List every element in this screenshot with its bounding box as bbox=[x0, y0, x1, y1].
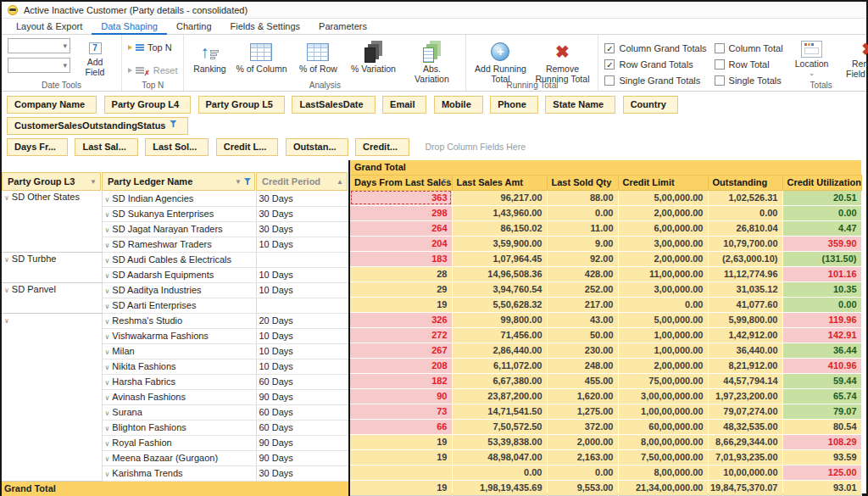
grand-total-utilization[interactable]: 93.01 bbox=[782, 480, 861, 495]
limit-cell[interactable]: 6,00,000.00 bbox=[618, 220, 708, 236]
days-cell[interactable]: 267 bbox=[350, 343, 452, 358]
grand-total-limit[interactable]: 21,34,00,000.00 bbox=[618, 480, 708, 495]
limit-cell[interactable]: 5,00,000.00 bbox=[618, 190, 708, 205]
utilization-cell[interactable]: 93.59 bbox=[782, 449, 861, 465]
abs-variation-button[interactable]: Abs. Variation bbox=[403, 38, 459, 86]
field-chip-lastsalesdate[interactable]: LastSalesDate bbox=[292, 96, 375, 114]
checkbox-column-total[interactable]: Column Total bbox=[715, 41, 783, 55]
qty-cell[interactable]: 1,620.00 bbox=[547, 388, 618, 404]
tab-layout-export[interactable]: Layout & Export bbox=[7, 20, 92, 34]
field-chip-company-name[interactable]: Company Name bbox=[7, 96, 97, 114]
collapse-chevron-icon[interactable] bbox=[105, 410, 110, 417]
days-cell[interactable]: 326 bbox=[350, 312, 452, 327]
period-cell[interactable]: 10 Days bbox=[256, 237, 348, 252]
qty-cell[interactable]: 0.00 bbox=[547, 465, 618, 480]
outstanding-cell[interactable]: 10,79,700.00 bbox=[708, 236, 782, 251]
utilization-cell[interactable]: 0.00 bbox=[782, 205, 861, 220]
period-cell[interactable]: 90 Days bbox=[256, 389, 348, 404]
ledger-cell[interactable]: SD Indian Agencies bbox=[102, 191, 256, 206]
top-n-button[interactable]: Top N bbox=[128, 40, 172, 55]
qty-cell[interactable]: 217.00 bbox=[547, 297, 618, 312]
sales-cell[interactable]: 53,39,838.00 bbox=[452, 434, 547, 449]
field-chip-phone[interactable]: Phone bbox=[490, 96, 538, 114]
ledger-cell[interactable]: Royal Fashion bbox=[102, 435, 256, 450]
days-cell[interactable]: 90 bbox=[350, 388, 452, 404]
collapse-chevron-icon[interactable] bbox=[4, 194, 9, 202]
collapse-chevron-icon[interactable] bbox=[105, 272, 110, 280]
utilization-cell[interactable]: 65.74 bbox=[782, 388, 861, 404]
ledger-cell[interactable]: SD Aadarsh Equipments bbox=[102, 267, 256, 282]
ledger-cell[interactable]: SD Jagat Narayan Traders bbox=[102, 221, 256, 237]
field-chip-party-group-l4[interactable]: Party Group L4 bbox=[104, 96, 191, 114]
qty-cell[interactable]: 92.00 bbox=[547, 251, 618, 266]
days-cell[interactable]: 183 bbox=[350, 251, 452, 266]
days-cell[interactable]: 264 bbox=[350, 220, 452, 236]
days-cell[interactable]: 208 bbox=[350, 358, 452, 373]
utilization-cell[interactable]: 79.07 bbox=[782, 404, 861, 419]
collapse-chevron-icon[interactable] bbox=[105, 348, 110, 356]
utilization-cell[interactable]: 80.54 bbox=[782, 419, 861, 434]
field-chip-mobile[interactable]: Mobile bbox=[434, 96, 483, 114]
period-cell[interactable]: 30 Days bbox=[256, 221, 348, 237]
collapse-chevron-icon[interactable] bbox=[105, 379, 110, 387]
field-chip-last-sold[interactable]: Last Sol... bbox=[145, 138, 209, 156]
qty-cell[interactable]: 230.00 bbox=[547, 343, 618, 358]
date-field-combo-2[interactable]: ▾ bbox=[8, 58, 70, 73]
row-header-party-ledger-name[interactable]: Party Ledger Name▼ bbox=[102, 172, 255, 191]
collapse-chevron-icon[interactable] bbox=[105, 303, 110, 310]
utilization-cell[interactable]: 59.44 bbox=[782, 373, 861, 388]
outstanding-cell[interactable]: 79,07,274.00 bbox=[708, 404, 782, 419]
checkbox-row-grand-totals[interactable]: ✓Row Grand Totals bbox=[604, 57, 706, 71]
group-cell[interactable]: SD Panvel bbox=[2, 282, 102, 313]
days-cell[interactable] bbox=[350, 465, 452, 480]
days-cell[interactable]: 29 bbox=[350, 281, 452, 297]
qty-cell[interactable]: 372.00 bbox=[547, 419, 618, 434]
row-header-credit-period[interactable]: Credit Period▲ bbox=[256, 172, 348, 191]
field-chip-credit-util[interactable]: Credit... bbox=[355, 138, 409, 156]
ledger-cell[interactable]: Harsha Fabrics bbox=[102, 374, 256, 389]
chevron-down-icon[interactable]: ▼ bbox=[90, 178, 97, 186]
days-cell[interactable]: 19 bbox=[350, 297, 452, 312]
collapse-chevron-icon[interactable] bbox=[4, 256, 9, 264]
qty-cell[interactable]: 428.00 bbox=[547, 266, 618, 281]
period-cell[interactable]: 30 Days bbox=[256, 465, 348, 481]
limit-cell[interactable]: 2,00,000.00 bbox=[618, 251, 708, 266]
utilization-cell[interactable]: 4.47 bbox=[782, 220, 861, 236]
ledger-cell[interactable]: Milan bbox=[102, 343, 256, 359]
days-cell[interactable]: 204 bbox=[350, 236, 452, 251]
date-field-combo-1[interactable]: ▾ bbox=[8, 38, 70, 53]
utilization-cell[interactable]: 108.29 bbox=[782, 434, 861, 449]
field-chip-country[interactable]: Country bbox=[623, 96, 678, 114]
ledger-cell[interactable]: Reshma's Studio bbox=[102, 313, 256, 328]
period-cell[interactable]: 90 Days bbox=[256, 435, 348, 450]
group-cell[interactable]: SD Turbhe bbox=[2, 252, 102, 282]
qty-cell[interactable]: 252.00 bbox=[547, 281, 618, 297]
qty-cell[interactable]: 9.00 bbox=[547, 236, 618, 251]
sales-cell[interactable]: 3,59,900.00 bbox=[452, 236, 547, 251]
tab-parameters[interactable]: Parameters bbox=[309, 20, 376, 34]
limit-cell[interactable]: 1,00,00,000.00 bbox=[618, 404, 708, 419]
outstanding-cell[interactable]: 10,00,000.00 bbox=[708, 465, 782, 480]
ledger-cell[interactable]: SD Sukanya Enterprises bbox=[102, 206, 256, 221]
collapse-chevron-icon[interactable] bbox=[105, 471, 110, 478]
limit-cell[interactable]: 8,00,00,000.00 bbox=[618, 434, 708, 449]
qty-cell[interactable]: 88.00 bbox=[547, 190, 618, 205]
collapse-chevron-icon[interactable] bbox=[4, 317, 9, 325]
sales-cell[interactable]: 2,86,440.00 bbox=[452, 343, 547, 358]
qty-cell[interactable]: 2,163.00 bbox=[547, 449, 618, 465]
grand-total-days[interactable]: 19 bbox=[350, 480, 452, 495]
field-chip-customer-sales-outstanding-status[interactable]: CustomerSalesOutstandingStatus bbox=[7, 117, 188, 135]
collapse-chevron-icon[interactable] bbox=[105, 364, 110, 371]
sales-cell[interactable]: 71,456.00 bbox=[452, 327, 547, 343]
utilization-cell[interactable]: 359.90 bbox=[782, 236, 861, 251]
collapse-chevron-icon[interactable] bbox=[105, 333, 110, 341]
tab-data-shaping[interactable]: Data Shaping bbox=[92, 20, 167, 35]
limit-cell[interactable]: 3,00,000.00 bbox=[618, 281, 708, 297]
column-header-credit-utilization[interactable]: Credit Utilization bbox=[782, 175, 861, 190]
collapse-chevron-icon[interactable] bbox=[105, 257, 110, 265]
column-header-outstanding[interactable]: Outstanding bbox=[708, 175, 782, 190]
ledger-cell[interactable]: Vishwakarma Fashions bbox=[102, 328, 256, 343]
collapse-chevron-icon[interactable] bbox=[105, 196, 110, 203]
period-cell[interactable]: 10 Days bbox=[256, 328, 348, 343]
qty-cell[interactable]: 0.00 bbox=[547, 205, 618, 220]
